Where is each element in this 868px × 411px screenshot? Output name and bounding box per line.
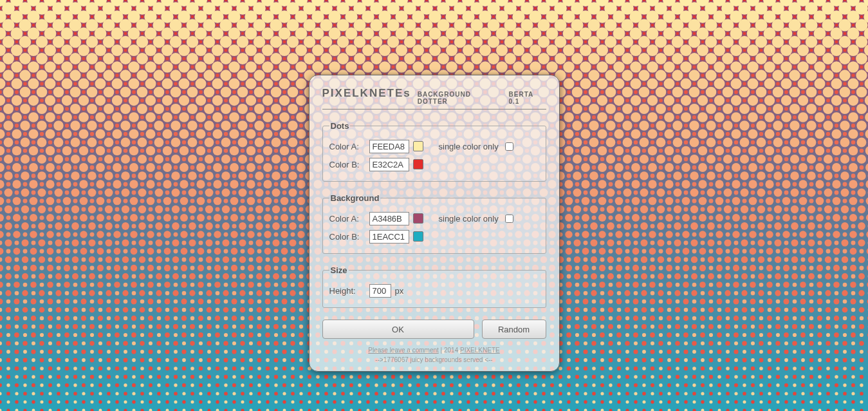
footer-sep: | 2014 — [439, 347, 460, 354]
background-fieldset: Background Color A: single color only Co… — [322, 193, 546, 254]
served-counter: -->1776067 juicy backgrounds served <-- — [375, 356, 492, 363]
app-title: PIXELKNETEs — [322, 87, 411, 100]
control-panel: PIXELKNETEs BACKGROUND DOTTER BERTA 0.1 … — [309, 75, 560, 372]
background-legend: Background — [329, 193, 381, 203]
bg-color-a-label: Color A: — [329, 214, 365, 224]
dots-color-b-label: Color B: — [329, 160, 365, 169]
app-version: BERTA 0.1 — [509, 91, 546, 105]
bg-color-b-swatch[interactable] — [413, 231, 423, 242]
bg-color-a-swatch[interactable] — [413, 213, 423, 224]
bg-single-checkbox[interactable] — [505, 215, 513, 223]
dots-legend: Dots — [329, 121, 351, 131]
comment-link[interactable]: Please leave a comment — [368, 347, 439, 354]
dots-color-b-input[interactable] — [369, 158, 409, 171]
bg-color-b-label: Color B: — [329, 232, 365, 242]
height-input[interactable] — [369, 284, 391, 298]
panel-header: PIXELKNETEs BACKGROUND DOTTER BERTA 0.1 — [322, 87, 546, 110]
bg-color-a-input[interactable] — [369, 212, 409, 225]
ok-button[interactable]: OK — [322, 320, 474, 339]
dots-color-a-input[interactable] — [369, 140, 409, 153]
height-label: Height: — [329, 286, 365, 296]
app-subtitle: BACKGROUND DOTTER — [418, 91, 503, 105]
dots-color-a-swatch[interactable] — [413, 141, 423, 151]
dots-color-a-label: Color A: — [329, 142, 365, 151]
size-legend: Size — [329, 265, 349, 275]
size-fieldset: Size Height: px — [322, 265, 546, 308]
random-button[interactable]: Random — [482, 320, 546, 339]
site-link[interactable]: PIXELKNETE — [460, 347, 500, 354]
panel-footer: Please leave a comment | 2014 PIXELKNETE… — [322, 345, 546, 365]
dots-color-b-swatch[interactable] — [413, 159, 423, 169]
bg-color-b-input[interactable] — [369, 230, 409, 244]
height-unit: px — [395, 286, 404, 296]
dots-fieldset: Dots Color A: single color only Color B: — [322, 121, 546, 182]
bg-single-label: single color only — [439, 214, 499, 224]
dots-single-checkbox[interactable] — [505, 142, 513, 151]
dots-single-label: single color only — [439, 142, 499, 151]
button-row: OK Random — [322, 320, 546, 339]
